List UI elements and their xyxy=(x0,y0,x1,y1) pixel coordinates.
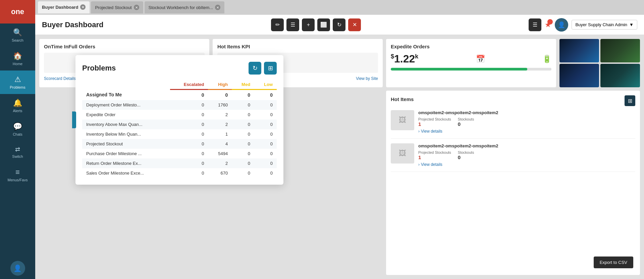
problems-filter-button[interactable]: ⊞ xyxy=(264,62,277,75)
table-row-3: Inventory Below Min Quan... 0 1 0 0 xyxy=(82,129,277,139)
chat-icon: 💬 xyxy=(13,122,22,131)
row-med-assigned: 0 xyxy=(232,90,254,100)
row-high-4: 4 xyxy=(208,139,232,149)
row-high-3: 1 xyxy=(208,129,232,139)
item-stats-2: Projected Stockouts 1 Stockouts 0 xyxy=(418,150,635,160)
notification-button[interactable]: ★ xyxy=(545,20,551,29)
bell-icon: 🔔 xyxy=(13,99,22,107)
problems-modal: Problems ↻ ⊞ Escalated High Med Low xyxy=(75,55,283,185)
row-low-0: 0 xyxy=(254,100,277,110)
item-name-2: omspoitem2-omspoitem2-omspoitem2 xyxy=(418,143,635,148)
projected-stockouts-label-2: Projected Stockouts xyxy=(418,150,451,154)
problems-refresh-button[interactable]: ↻ xyxy=(249,62,261,75)
sidebar-item-label: Switch xyxy=(12,154,23,158)
row-low-6: 0 xyxy=(254,158,277,168)
user-role-select[interactable]: Buyer Supply Chain Admin ▼ xyxy=(572,20,637,30)
row-low-2: 0 xyxy=(254,120,277,129)
tab-buyer-dashboard[interactable]: Buyer Dashboard ✕ xyxy=(38,1,90,13)
row-high-assigned: 0 xyxy=(208,90,232,100)
item-info-1: omspoitem2-omspoitem2-omspoitem2 Project… xyxy=(418,110,635,134)
row-low-1: 0 xyxy=(254,110,277,120)
row-med-1: 0 xyxy=(232,110,254,120)
row-high-1: 2 xyxy=(208,110,232,120)
table-row-2: Inventory Above Max Quan... 0 2 0 0 xyxy=(82,120,277,129)
header-right: ☰ ★ 👤 Buyer Supply Chain Admin ▼ xyxy=(529,18,637,32)
table-row-5: Purchase Order Milestone ... 0 5494 0 0 xyxy=(82,149,277,158)
tab-close-buyer-dashboard[interactable]: ✕ xyxy=(80,4,86,10)
hot-view-by-site-link[interactable]: View by Site xyxy=(356,76,378,81)
table-row-1: Expedite Order 0 2 0 0 xyxy=(82,110,277,120)
tab-label: Stockout Workbench for obItem... xyxy=(149,5,213,10)
home-icon: 🏠 xyxy=(13,52,22,60)
tab-close-projected-stockout[interactable]: ✕ xyxy=(134,5,139,10)
view-details-link-1[interactable]: › View details xyxy=(418,129,635,134)
table-row-assigned-to-me: Assigned To Me 0 0 0 0 xyxy=(82,90,277,100)
chevron-down-icon: ▼ xyxy=(629,22,634,27)
stockouts-value-1: 0 xyxy=(458,121,474,127)
row-escalated-1: 0 xyxy=(170,110,208,120)
modal-title: Problems xyxy=(82,64,116,73)
table-row-0: Deployment Order Milesto... 0 1760 0 0 xyxy=(82,100,277,110)
list-button[interactable]: ☰ xyxy=(286,18,299,31)
row-escalated-4: 0 xyxy=(170,139,208,149)
row-escalated-6: 0 xyxy=(170,158,208,168)
close-button[interactable]: ✕ xyxy=(348,18,361,31)
item-name-1: omspoitem2-omspoitem2-omspoitem2 xyxy=(418,110,635,115)
image-tile-4 xyxy=(600,64,640,87)
sidebar-item-label: Chats xyxy=(13,132,22,136)
add-button[interactable]: + xyxy=(302,18,315,31)
row-high-6: 2 xyxy=(208,158,232,168)
row-escalated-0: 0 xyxy=(170,100,208,110)
edit-button[interactable]: ✏ xyxy=(271,18,284,31)
projected-stockouts-label-1: Projected Stockouts xyxy=(418,117,451,121)
export-csv-button[interactable]: Export to CSV xyxy=(594,257,633,268)
search-icon: 🔍 xyxy=(13,28,22,37)
col-low: Low xyxy=(254,80,277,90)
sidebar-item-switch[interactable]: ⇄ Switch xyxy=(0,141,35,163)
row-label-2: Inventory Above Max Quan... xyxy=(82,120,170,129)
expedite-amount: $1.22k xyxy=(391,53,418,65)
tab-stockout-workbench[interactable]: Stockout Workbench for obItem... ✕ xyxy=(145,1,225,13)
row-label-7: Sales Order Milestone Exce... xyxy=(82,168,170,178)
col-med: Med xyxy=(232,80,254,90)
row-escalated-3: 0 xyxy=(170,129,208,139)
sidebar-item-search[interactable]: 🔍 Search xyxy=(0,24,35,47)
view-details-link-2[interactable]: › View details xyxy=(418,162,635,167)
row-label-4: Projected Stockout xyxy=(82,139,170,149)
sidebar-item-alerts[interactable]: 🔔 Alerts xyxy=(0,94,35,118)
row-med-0: 0 xyxy=(232,100,254,110)
thumbnail-2 xyxy=(600,39,640,62)
tab-projected-stockout[interactable]: Projected Stockout ✕ xyxy=(91,1,143,13)
col-high: High xyxy=(208,80,232,90)
expedite-progress-bar xyxy=(391,68,551,71)
refresh-button[interactable]: ↻ xyxy=(333,18,345,31)
row-high-7: 670 xyxy=(208,168,232,178)
sidebar-item-home[interactable]: 🏠 Home xyxy=(0,47,35,71)
hot-items-panel-title: Hot Items xyxy=(391,96,414,102)
hot-item-1: 🖼 omspoitem2-omspoitem2-omspoitem2 Proje… xyxy=(391,110,635,139)
user-avatar-sidebar[interactable]: 👤 xyxy=(10,261,25,276)
sidebar-item-chats[interactable]: 💬 Chats xyxy=(0,118,35,141)
modal-header: Problems ↻ ⊞ xyxy=(82,62,277,75)
row-high-0: 1760 xyxy=(208,100,232,110)
thumbnail-1 xyxy=(559,39,599,62)
row-low-4: 0 xyxy=(254,139,277,149)
user-avatar: 👤 xyxy=(555,18,568,32)
row-escalated-7: 0 xyxy=(170,168,208,178)
copy-button[interactable]: ⬜ xyxy=(317,18,330,31)
stockouts-label-2: Stockouts xyxy=(458,150,474,154)
row-label-assigned: Assigned To Me xyxy=(82,90,170,100)
notification-badge xyxy=(547,19,553,25)
tab-close-stockout-workbench[interactable]: ✕ xyxy=(215,5,220,10)
hamburger-button[interactable]: ☰ xyxy=(529,18,541,31)
sidebar-item-problems[interactable]: ⚠ Problems xyxy=(0,71,35,94)
image-tile-1 xyxy=(559,39,599,62)
row-high-5: 5494 xyxy=(208,149,232,158)
item-stats-1: Projected Stockouts 1 Stockouts 0 xyxy=(418,117,635,127)
avatar: 👤 xyxy=(10,261,25,276)
projected-stockouts-value-2: 1 xyxy=(418,154,451,160)
scorecard-details-link[interactable]: Scorecard Details xyxy=(44,76,76,81)
sidebar: one 🔍 Search 🏠 Home ⚠ Problems 🔔 Alerts … xyxy=(0,0,35,279)
sidebar-item-menus[interactable]: ≡ Menus/Favs xyxy=(0,163,35,187)
hot-items-action-btn[interactable]: ⊞ xyxy=(625,95,635,106)
